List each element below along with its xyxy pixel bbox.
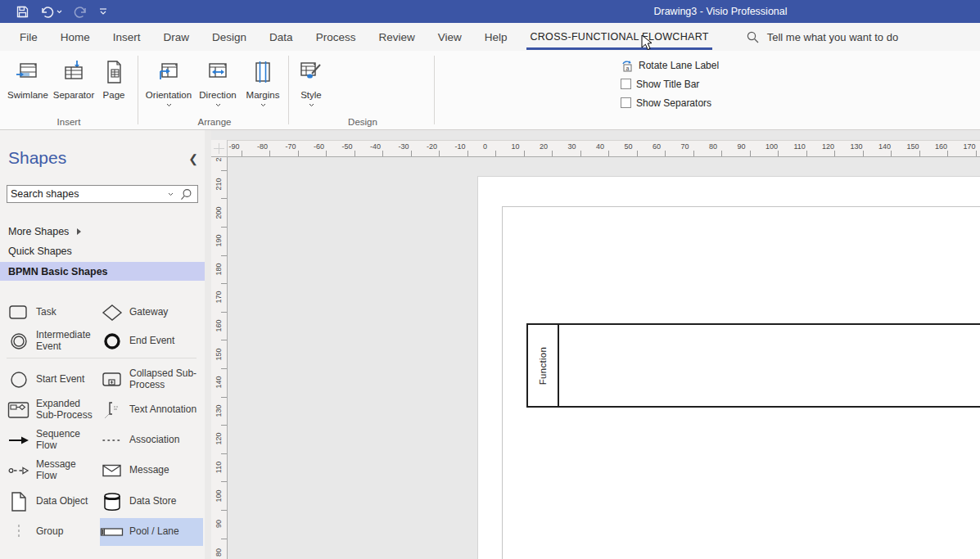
h-ruler-tick <box>750 151 751 156</box>
tab-insert[interactable]: Insert <box>102 23 152 51</box>
v-ruler-tick <box>221 170 227 171</box>
shape-item-start-event[interactable]: Start Event <box>7 366 97 394</box>
shape-item-label: Message Flow <box>36 459 97 482</box>
separator-button[interactable]: Separator <box>51 54 97 118</box>
direction-dropdown-caret-icon <box>215 103 221 107</box>
quick-shapes-label: Quick Shapes <box>8 246 72 257</box>
shape-item-pool-lane[interactable]: Pool / Lane <box>100 518 203 546</box>
show-title-bar-label: Show Title Bar <box>636 79 699 90</box>
expanded-subprocess-icon <box>7 400 31 420</box>
shapes-panel-title: Shapes <box>8 148 66 168</box>
margins-button[interactable]: Margins <box>242 54 283 118</box>
tab-cross-functional-flowchart[interactable]: CROSS-FUNCTIONAL FLOWCHART <box>518 23 720 51</box>
swimlane-button-label: Swimlane <box>7 90 48 101</box>
rotate-lane-label-button[interactable]: a Rotate Lane Label <box>621 56 719 74</box>
tab-design[interactable]: Design <box>201 23 258 51</box>
swimlane-label-cell[interactable]: Function <box>528 325 559 406</box>
shape-item-association[interactable]: Association <box>100 426 203 454</box>
shape-item-data-object[interactable]: Data Object <box>7 488 97 516</box>
page-button[interactable]: Page <box>97 54 131 118</box>
customize-qat-button[interactable] <box>99 8 107 15</box>
tab-draw[interactable]: Draw <box>152 23 201 51</box>
v-ruler-tick <box>221 397 227 398</box>
h-ruler-tick <box>806 151 807 156</box>
v-ruler-tick <box>221 539 227 539</box>
h-ruler-tick <box>495 151 496 156</box>
association-icon <box>100 437 124 444</box>
v-ruler-tick <box>221 510 227 511</box>
undo-button[interactable] <box>40 6 62 18</box>
h-ruler-tick <box>919 151 920 156</box>
direction-button[interactable]: Direction <box>195 54 241 118</box>
swimlane-button[interactable]: Swimlane <box>5 54 51 118</box>
shape-item-text-annotation[interactable]: Text Annotation <box>100 396 203 424</box>
title-bar: Drawing3 - Visio Professional <box>0 0 980 23</box>
orientation-button[interactable]: Orientation <box>144 54 193 118</box>
shape-item-message[interactable]: Message <box>100 457 203 485</box>
save-button[interactable] <box>16 6 29 18</box>
more-shapes-item[interactable]: More Shapes <box>8 226 81 237</box>
shape-item-label: Pool / Lane <box>129 526 179 538</box>
tell-me-box[interactable]: Tell me what you want to do <box>747 23 898 51</box>
checkbox-icon <box>621 97 631 108</box>
gateway-icon <box>100 304 124 322</box>
shape-item-group[interactable]: Group <box>7 518 97 546</box>
shape-item-end-event[interactable]: End Event <box>100 327 203 355</box>
tab-bar-tabs: FileHomeInsertDrawDesignDataProcessRevie… <box>0 23 720 51</box>
style-button[interactable]: Style <box>293 54 329 118</box>
h-ruler-label: 140 <box>878 142 891 151</box>
shape-item-task[interactable]: Task <box>7 299 97 327</box>
insert-group-label: Insert <box>0 117 138 127</box>
panel-splitter[interactable] <box>205 130 211 559</box>
shape-item-expanded-sub-process[interactable]: Expanded Sub-Process <box>7 396 97 424</box>
search-go-button[interactable] <box>178 188 197 201</box>
show-separators-checkbox[interactable]: Show Separators <box>621 93 719 112</box>
show-separators-label: Show Separators <box>636 97 711 109</box>
search-shapes-input[interactable] <box>7 188 163 200</box>
stencil-bpmn-basic-shapes[interactable]: BPMN Basic Shapes <box>0 262 205 281</box>
tab-data[interactable]: Data <box>258 23 305 51</box>
h-ruler-tick <box>269 151 270 156</box>
shape-item-label: Data Store <box>129 496 176 507</box>
task-icon <box>7 304 31 322</box>
v-ruler-tick <box>221 198 227 199</box>
start-event-icon <box>7 370 31 390</box>
v-ruler-label: 200 <box>215 203 224 223</box>
v-ruler-tick <box>221 481 227 482</box>
h-ruler-label: 30 <box>568 142 576 151</box>
stencil-label: BPMN Basic Shapes <box>8 266 108 277</box>
v-ruler-label: 80 <box>215 543 224 559</box>
show-title-bar-checkbox[interactable]: Show Title Bar <box>621 74 719 93</box>
h-ruler-label: 160 <box>935 142 947 151</box>
ribbon-group-insert: Swimlane Separator Page <box>0 51 138 129</box>
swimlane-shape[interactable]: Function <box>526 323 980 408</box>
quick-access-toolbar <box>0 6 107 18</box>
shape-item-collapsed-sub-process[interactable]: Collapsed Sub-Process <box>100 366 203 394</box>
tab-review[interactable]: Review <box>367 23 426 51</box>
shape-item-message-flow[interactable]: Message Flow <box>7 457 97 485</box>
shape-item-sequence-flow[interactable]: Sequence Flow <box>7 426 97 454</box>
v-ruler-label: 170 <box>215 287 224 307</box>
tab-home[interactable]: Home <box>49 23 102 51</box>
redo-button[interactable] <box>74 6 88 18</box>
v-ruler-label: 130 <box>215 401 224 421</box>
undo-dropdown-caret-icon <box>56 10 62 14</box>
tab-process[interactable]: Process <box>305 23 368 51</box>
end-event-icon <box>100 331 124 351</box>
shape-item-data-store[interactable]: Data Store <box>100 488 203 516</box>
v-ruler-label: 100 <box>215 486 224 506</box>
search-dropdown-button[interactable] <box>163 192 178 196</box>
shape-item-intermediate-event[interactable]: Intermediate Event <box>7 327 97 355</box>
quick-shapes-item[interactable]: Quick Shapes <box>8 246 72 257</box>
horizontal-ruler: -90-80-70-60-50-40-30-20-100102030405060… <box>228 140 980 157</box>
collapse-panel-button[interactable]: ❮ <box>188 152 198 165</box>
v-ruler-label: 120 <box>215 429 224 449</box>
group-icon <box>7 522 31 542</box>
tab-file[interactable]: File <box>8 23 49 51</box>
shape-item-label: Start Event <box>36 374 84 385</box>
h-ruler-label: 50 <box>625 142 633 151</box>
shape-item-gateway[interactable]: Gateway <box>100 299 203 327</box>
tab-help[interactable]: Help <box>473 23 519 51</box>
tab-view[interactable]: View <box>427 23 473 51</box>
h-ruler-label: -50 <box>342 142 353 151</box>
